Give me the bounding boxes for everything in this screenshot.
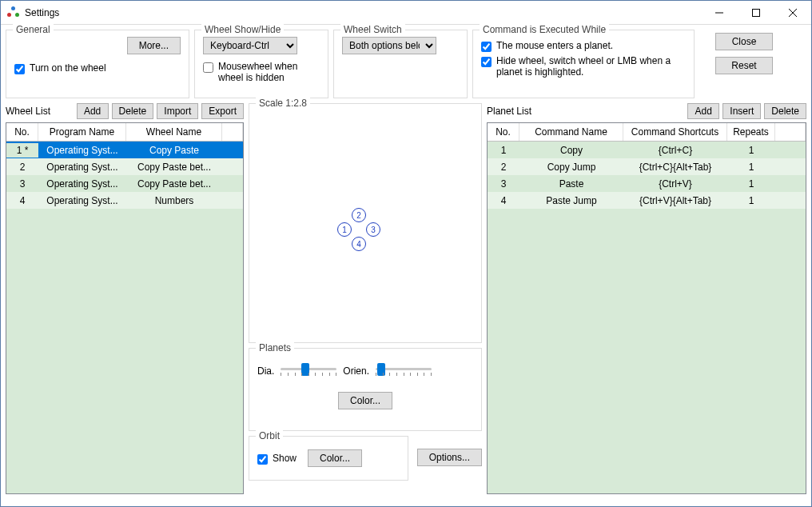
table-row[interactable]: 2Copy Jump{Ctrl+C}{Alt+Tab}1	[488, 158, 806, 175]
wheel-grid-head: No. Program Name Wheel Name	[6, 123, 243, 142]
close-button[interactable]: Close	[715, 33, 773, 50]
table-row[interactable]: 3Paste{Ctrl+V}1	[488, 175, 806, 192]
orien-label: Orien.	[343, 365, 369, 377]
orbit-show-input[interactable]	[257, 454, 268, 465]
window-buttons	[701, 1, 811, 24]
switch-select[interactable]: Both options below	[342, 37, 436, 54]
orien-slider[interactable]	[376, 361, 432, 381]
wheel-grid-body: 1 *Operating Syst...Copy Paste2Operating…	[6, 142, 243, 209]
cell-rep: 1	[727, 160, 775, 174]
cell-rep: 1	[727, 177, 775, 191]
exec-hide-wheel-checkbox[interactable]: Hide wheel, switch wheel or LMB when a p…	[481, 55, 686, 78]
cell-short: {Ctrl+V}	[623, 177, 727, 191]
wheel-list-panel: Wheel List Add Delete Import Export No. …	[6, 103, 244, 494]
wheel-col-no[interactable]: No.	[6, 123, 38, 141]
turn-on-wheel-input[interactable]	[14, 64, 25, 74]
preview-node-4[interactable]: 4	[352, 237, 366, 251]
cell-no: 1	[488, 143, 519, 158]
planet-col-short[interactable]: Command Shortcuts	[623, 123, 727, 141]
table-row[interactable]: 4Operating Syst...Numbers	[6, 192, 243, 209]
maximize-button[interactable]	[738, 1, 774, 24]
cell-no: 3	[488, 177, 519, 191]
planet-col-rep[interactable]: Repeats	[727, 123, 775, 141]
cell-cmd: Paste	[519, 177, 623, 191]
cell-no: 4	[488, 194, 519, 208]
minimize-button[interactable]	[701, 1, 738, 24]
planets-group: Planets Dia. Orien.	[249, 348, 482, 431]
wheel-list-grid[interactable]: No. Program Name Wheel Name 1 *Operating…	[6, 122, 244, 494]
cell-cmd: Paste Jump	[519, 194, 623, 208]
exec-hide-wheel-input[interactable]	[481, 57, 492, 67]
planet-grid-body: 1Copy{Ctrl+C}12Copy Jump{Ctrl+C}{Alt+Tab…	[488, 142, 806, 209]
table-row[interactable]: 1Copy{Ctrl+C}1	[488, 142, 806, 158]
orbit-show-label: Show	[273, 453, 297, 464]
close-window-button[interactable]	[774, 1, 811, 24]
cell-program: Operating Syst...	[38, 194, 126, 208]
group-showhide-title: Wheel Show/Hide	[201, 24, 284, 35]
mousewheel-hidden-checkbox[interactable]: Mousewheel when wheel is hidden	[203, 61, 320, 83]
reset-button[interactable]: Reset	[715, 57, 773, 74]
preview-node-3[interactable]: 3	[366, 222, 380, 237]
wheel-list-title: Wheel List	[6, 106, 50, 117]
planet-col-spacer	[775, 123, 806, 141]
window-title: Settings	[25, 7, 701, 18]
group-switch-title: Wheel Switch	[340, 24, 405, 35]
cell-wheel: Copy Paste bet...	[126, 177, 222, 191]
showhide-select[interactable]: Keyboard-Ctrl	[203, 37, 297, 54]
dia-slider[interactable]	[281, 361, 336, 381]
exec-mouse-enters-label: The mouse enters a planet.	[496, 40, 613, 51]
cell-short: {Ctrl+C}{Alt+Tab}	[623, 160, 727, 174]
wheel-export-button[interactable]: Export	[201, 103, 244, 119]
orbit-group: Orbit Show Color...	[249, 436, 408, 481]
planet-list-title: Planet List	[487, 106, 531, 117]
cell-wheel: Numbers	[126, 194, 222, 208]
table-row[interactable]: 1 *Operating Syst...Copy Paste	[6, 142, 243, 158]
planet-delete-button[interactable]: Delete	[764, 103, 806, 119]
exec-mouse-enters-checkbox[interactable]: The mouse enters a planet.	[481, 40, 686, 52]
turn-on-wheel-checkbox[interactable]: Turn on the wheel	[14, 62, 181, 74]
planets-color-button[interactable]: Color...	[338, 392, 392, 409]
cell-cmd: Copy	[519, 143, 623, 158]
options-button[interactable]: Options...	[417, 449, 482, 466]
planet-list-grid[interactable]: No. Command Name Command Shortcuts Repea…	[487, 122, 806, 494]
wheel-col-program[interactable]: Program Name	[38, 123, 126, 141]
table-row[interactable]: 2Operating Syst...Copy Paste bet...	[6, 158, 243, 175]
cell-program: Operating Syst...	[38, 160, 126, 174]
cell-no: 1 *	[6, 143, 38, 158]
cell-rep: 1	[727, 194, 775, 208]
scale-group: Scale 1:2.8 1 2 3 4	[249, 103, 482, 343]
wheel-col-wheel[interactable]: Wheel Name	[126, 123, 222, 141]
wheel-import-button[interactable]: Import	[157, 103, 198, 119]
side-buttons: Close Reset	[699, 30, 773, 98]
cell-rep: 1	[727, 143, 775, 158]
planet-insert-button[interactable]: Insert	[722, 103, 761, 119]
wheel-col-spacer	[222, 123, 243, 141]
cell-short: {Ctrl+C}	[623, 143, 727, 158]
exec-mouse-enters-input[interactable]	[481, 42, 492, 52]
cell-wheel: Copy Paste bet...	[126, 160, 222, 174]
table-row[interactable]: 4Paste Jump{Ctrl+V}{Alt+Tab}1	[488, 192, 806, 209]
group-general: General More... Turn on the wheel	[6, 30, 189, 98]
cell-no: 2	[488, 160, 519, 174]
cell-no: 3	[6, 177, 38, 191]
cell-wheel: Copy Paste	[126, 143, 222, 158]
group-general-title: General	[13, 24, 54, 35]
more-button[interactable]: More...	[127, 37, 181, 54]
preview-node-2[interactable]: 2	[352, 208, 366, 222]
planet-list-header: Planet List Add Insert Delete	[487, 103, 806, 119]
cell-short: {Ctrl+V}{Alt+Tab}	[623, 194, 727, 208]
main-row: Wheel List Add Delete Import Export No. …	[6, 103, 806, 494]
wheel-add-button[interactable]: Add	[77, 103, 109, 119]
planet-add-button[interactable]: Add	[687, 103, 719, 119]
preview-node-1[interactable]: 1	[337, 222, 352, 237]
table-row[interactable]: 3Operating Syst...Copy Paste bet...	[6, 175, 243, 192]
cell-no: 4	[6, 194, 38, 208]
orbit-show-checkbox[interactable]: Show	[257, 453, 297, 465]
planet-col-no[interactable]: No.	[488, 123, 519, 141]
svg-rect-1	[753, 9, 760, 16]
planet-col-cmd[interactable]: Command Name	[519, 123, 623, 141]
mousewheel-hidden-input[interactable]	[203, 62, 213, 73]
orbit-color-button[interactable]: Color...	[308, 449, 362, 467]
wheel-delete-button[interactable]: Delete	[112, 103, 154, 119]
content-area: General More... Turn on the wheel Wheel …	[1, 25, 811, 506]
